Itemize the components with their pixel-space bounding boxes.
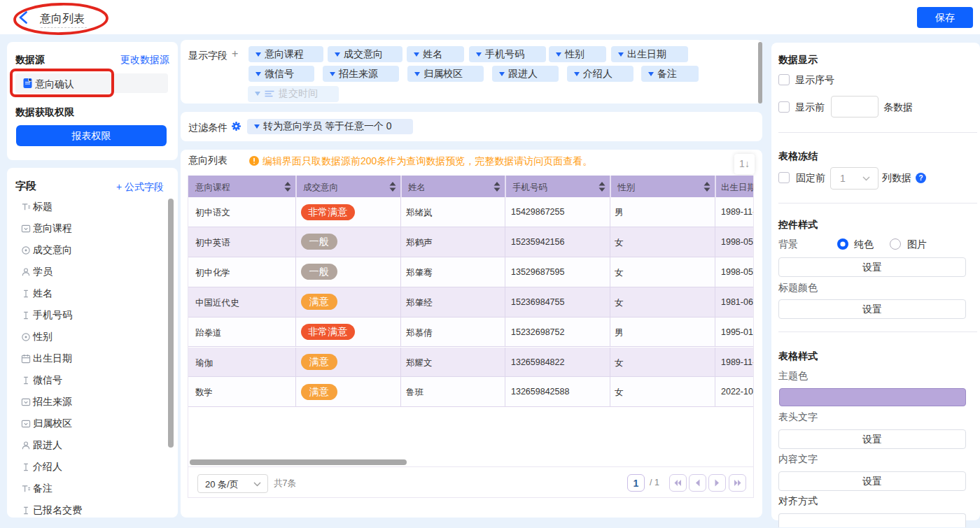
svg-text:?: ? — [918, 174, 923, 182]
